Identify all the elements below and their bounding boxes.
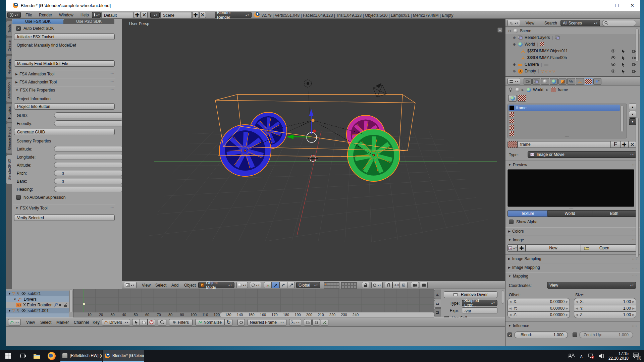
panel-image-sampling[interactable]: ▶Image Sampling:::: — [508, 256, 637, 261]
ge-mode-dropdown[interactable]: Drivers▲▼ — [102, 319, 130, 325]
wheel-front-right[interactable] — [347, 129, 400, 181]
pivot-point-dropdown[interactable]: ▲▼ — [289, 319, 301, 325]
layout-delete-button[interactable]: ✕ — [141, 12, 148, 18]
size-y-field[interactable]: ◀Y:1.00▶ — [574, 305, 636, 311]
tab-physics[interactable]: Physics — [6, 103, 12, 122]
scene-add-button[interactable]: ✚ — [192, 12, 199, 18]
expr-field[interactable]: -var — [462, 307, 497, 313]
drivers-panel-scrollbar[interactable] — [501, 290, 504, 304]
tab-grease-pencil[interactable]: Grease Pencil — [6, 123, 12, 154]
preview-both-button[interactable]: Both — [592, 210, 636, 217]
heading-field[interactable] — [54, 186, 124, 192]
slot-move-down-button[interactable]: ▼ — [629, 111, 636, 118]
tab-use-p3d-sdk[interactable]: Use P3D SDK — [63, 19, 114, 24]
maximize-button[interactable]: ☐ — [609, 0, 625, 11]
texture-slot-active[interactable]: frame — [508, 105, 620, 111]
driver-type-dropdown[interactable]: Scripted Expr...▲▼ — [462, 300, 497, 306]
people-icon[interactable] — [568, 353, 575, 359]
scene-icon[interactable]: ▲▼ — [150, 12, 160, 18]
editor-type-properties-dropdown[interactable]: ▲▼ — [507, 78, 520, 84]
task-view-button[interactable] — [16, 350, 30, 362]
proportional-icon[interactable] — [237, 319, 245, 325]
search-icon[interactable] — [158, 319, 166, 325]
channel-scrollbar[interactable] — [69, 290, 72, 313]
ge-filter-icons[interactable] — [132, 319, 155, 325]
resize-handle[interactable]: ══ — [569, 207, 573, 210]
editor-type-3dview-dropdown[interactable]: ▲▼ — [124, 282, 137, 288]
texture-browse-dropdown[interactable]: ▲▼ — [507, 141, 518, 148]
verify-selected-button[interactable]: Verify Selected — [14, 215, 115, 221]
preview-texture-button[interactable]: Texture — [507, 210, 548, 217]
tab-render-layers-icon[interactable] — [532, 78, 540, 85]
render-engine-dropdown[interactable]: Blender Render▲▼ — [215, 12, 252, 18]
close-button[interactable]: ✕ — [625, 0, 640, 11]
ge-menu-view[interactable]: View — [23, 320, 38, 325]
generate-guid-button[interactable]: Generate GUID — [14, 129, 115, 135]
guid-field[interactable] — [54, 112, 124, 118]
panel-influence[interactable]: ▼Influence:::: — [508, 323, 637, 328]
zenith-checkbox[interactable] — [573, 333, 577, 337]
orientation-dropdown[interactable]: Global▲▼ — [296, 282, 320, 288]
channel-drivers[interactable]: ▼ Drivers — [6, 296, 69, 302]
transform-manipulator[interactable] — [287, 109, 317, 142]
new-texture-button[interactable]: ✚ — [620, 141, 628, 148]
manipulator-buttons[interactable] — [264, 282, 295, 288]
blend-checkbox[interactable]: ✓ — [507, 333, 512, 337]
autogen-checkbox[interactable]: No AutoGenSupression — [16, 195, 65, 200]
panel-image-mapping[interactable]: ▶Image Mapping:::: — [508, 265, 637, 270]
panel-mapping[interactable]: ▼Mapping:::: — [508, 274, 637, 279]
outliner-scrollbar[interactable] — [636, 28, 639, 62]
slot-menu-button[interactable]: ▼ — [629, 118, 636, 125]
panel-fsx-file-properties[interactable]: ▼FSX File Properties:::: — [15, 88, 114, 93]
ge-menu-channel[interactable]: Channel — [70, 320, 92, 325]
texture-slot-empty[interactable] — [509, 112, 514, 118]
outliner-item-scene[interactable]: ⊖Scene — [505, 27, 640, 34]
size-x-field[interactable]: ◀X:1.00▶ — [574, 298, 636, 305]
outliner-menu-search[interactable]: Search — [541, 21, 560, 25]
empty-object[interactable] — [304, 80, 312, 87]
tab-create[interactable]: Create — [6, 37, 12, 55]
layers-widget[interactable] — [324, 282, 357, 289]
frame-ruler[interactable]: 1020304050607080901001101201301401501601… — [73, 312, 434, 317]
offset-y-field[interactable]: ◀Y:0.00000▶ — [507, 305, 570, 311]
resize-handle[interactable]: ══ — [565, 134, 569, 138]
editor-type-info-dropdown[interactable]: i▲▼ — [7, 12, 21, 18]
texture-name-field[interactable]: frame — [518, 141, 611, 148]
tab-world-icon[interactable] — [550, 78, 558, 85]
ge-menu-select[interactable]: Select — [37, 320, 55, 325]
zenith-slider[interactable]: Zenith Up:1.000 — [579, 331, 633, 338]
panel-preview[interactable]: ▼Preview:::: — [508, 163, 637, 167]
outliner-item--dummy-plane005[interactable]: $$$DUMMY.Plane005 — [505, 54, 640, 61]
channel-partial[interactable] — [6, 313, 69, 317]
ge-menu-key[interactable]: Key — [89, 320, 103, 325]
tab-data-icon[interactable] — [576, 78, 584, 85]
fake-user-button[interactable]: F — [611, 141, 620, 148]
tab-animation[interactable]: Animation — [6, 79, 12, 102]
offset-x-field[interactable]: ◀X:0.00000▶ — [507, 298, 570, 305]
region-expand-button[interactable]: + — [497, 27, 502, 33]
outliner-item-empty[interactable]: ⊕Empty|▽▽▽▽ — [505, 68, 640, 74]
tab-blender2fsx[interactable]: Blender2FSX — [6, 155, 12, 184]
channel-x-euler-rotation[interactable]: X Euler Rotation — [6, 302, 69, 308]
coordinates-dropdown[interactable]: View▲▼ — [547, 282, 636, 289]
image-new-button[interactable]: New — [526, 244, 581, 252]
tab-relations[interactable]: Relations — [6, 56, 12, 78]
editor-type-outliner-dropdown[interactable]: ▲▼ — [507, 20, 520, 26]
tray-expand-chevron[interactable]: ∧ — [580, 354, 583, 359]
channel-sub021-001[interactable]: ▼▽ sub021.001 — [6, 308, 69, 313]
scene-selector[interactable]: Scene — [160, 12, 192, 18]
menu-window[interactable]: Window — [56, 13, 77, 17]
texture-slot-empty[interactable] — [509, 125, 514, 131]
viewport-3d[interactable]: User Persp + y z x (1) Empty — [122, 19, 505, 300]
vp-menu-select[interactable]: Select — [152, 283, 170, 288]
breadcrumb-world[interactable]: World — [533, 87, 543, 92]
tab-texture-icon[interactable] — [585, 78, 593, 85]
latitude-field[interactable] — [54, 146, 124, 152]
texture-slot-empty[interactable] — [509, 119, 514, 125]
tab-drivers[interactable]: D — [434, 300, 441, 308]
outliner-item--dummy-object011[interactable]: $$$DUMMY.Object011 — [505, 48, 640, 54]
tab-scene-icon[interactable] — [541, 78, 549, 85]
tab-object-icon[interactable] — [558, 78, 567, 85]
menu-render[interactable]: Render — [36, 13, 55, 17]
auto-snap-dropdown[interactable]: Nearest Frame▲▼ — [248, 319, 286, 325]
